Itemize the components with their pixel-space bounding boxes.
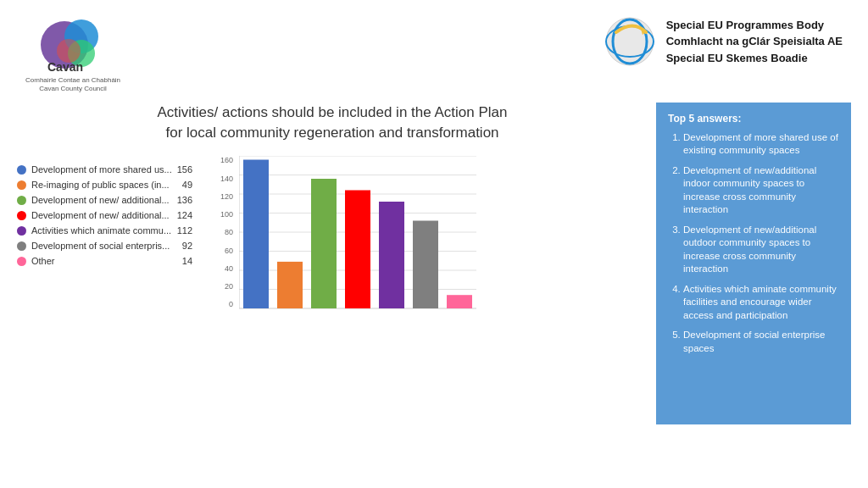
right-panel-list: Development of more shared use of existi… [668, 131, 839, 356]
legend-value: 14 [182, 256, 192, 266]
legend-item: Development of social enterpris... 92 [17, 241, 192, 251]
main-content: Activities/ actions should be included i… [0, 103, 868, 433]
right-panel-item: Development of more shared use of existi… [683, 131, 839, 158]
eu-text-block: Special EU Programmes Body Comhlacht na … [666, 17, 843, 67]
bar-4 [345, 191, 370, 309]
bar-7 [447, 296, 472, 309]
legend-label: Activities which animate commu... [31, 225, 172, 236]
header: Cavan Comhairle Contae an Chabháin Cavan… [0, 0, 868, 103]
legend-dot [17, 226, 26, 236]
legend-dot [17, 211, 26, 220]
bar-1 [243, 160, 269, 309]
eu-logo-icon [604, 15, 656, 68]
bar-3 [311, 179, 337, 308]
legend-item: Development of more shared us... 156 [17, 164, 192, 175]
eu-line-1: Special EU Programmes Body [666, 17, 843, 34]
legend-value: 112 [177, 225, 192, 236]
legend-dot [17, 165, 26, 175]
bar-chart-svg [239, 156, 476, 325]
bar-5 [379, 202, 404, 308]
legend-dot [17, 257, 26, 266]
chart-title: Activities/ actions should be included i… [17, 103, 648, 143]
logo-subtitle: Comhairle Contae an Chabháin Cavan Count… [25, 76, 120, 94]
svg-point-3 [57, 39, 81, 63]
eu-line-3: Special EU Skemes Boadie [666, 50, 843, 67]
legend-item: Development of new/ additional... 124 [17, 210, 192, 220]
legend-dot [17, 241, 26, 251]
legend-label: Other [31, 256, 177, 266]
left-logo: Cavan Comhairle Contae an Chabháin Cavan… [25, 15, 120, 94]
left-panel: Activities/ actions should be included i… [17, 103, 648, 424]
legend-item: Activities which animate commu... 112 [17, 225, 192, 236]
bar-2 [277, 262, 303, 308]
chart-area: Development of more shared us... 156 Re-… [17, 156, 648, 325]
right-panel-item: Development of social enterprise spaces [683, 329, 839, 355]
cavan-logo-icon: Cavan [39, 15, 107, 75]
right-panel-item: Development of new/additional outdoor co… [683, 224, 839, 276]
legend-label: Development of new/ additional... [31, 210, 172, 220]
legend-value: 136 [177, 195, 192, 205]
legend-label: Development of more shared us... [31, 164, 172, 175]
bar-6 [413, 221, 438, 309]
legend-value: 49 [182, 180, 192, 190]
right-panel: Top 5 answers: Development of more share… [656, 103, 851, 424]
legend-dot [17, 196, 26, 205]
eu-line-2: Comhlacht na gClár Speisialta AE [666, 33, 843, 50]
legend-item: Re-imaging of public spaces (in... 49 [17, 180, 192, 190]
legend-item: Development of new/ additional... 136 [17, 195, 192, 205]
legend-label: Development of social enterpris... [31, 241, 177, 251]
right-panel-item: Development of new/additional indoor com… [683, 164, 839, 217]
right-logo: Special EU Programmes Body Comhlacht na … [604, 15, 843, 68]
legend-value: 92 [182, 241, 192, 251]
legend-value: 156 [177, 164, 192, 175]
right-panel-title: Top 5 answers: [668, 113, 839, 125]
legend-label: Development of new/ additional... [31, 195, 172, 205]
chart-legend: Development of more shared us... 156 Re-… [17, 156, 192, 271]
legend-label: Re-imaging of public spaces (in... [31, 180, 177, 190]
svg-text:Cavan: Cavan [47, 60, 83, 74]
bar-chart-container: 0 20 40 60 80 100 120 140 160 [209, 156, 648, 325]
legend-dot [17, 180, 26, 190]
right-panel-item: Activities which aminate community facil… [683, 283, 839, 323]
legend-value: 124 [177, 210, 192, 220]
legend-item: Other 14 [17, 256, 192, 266]
